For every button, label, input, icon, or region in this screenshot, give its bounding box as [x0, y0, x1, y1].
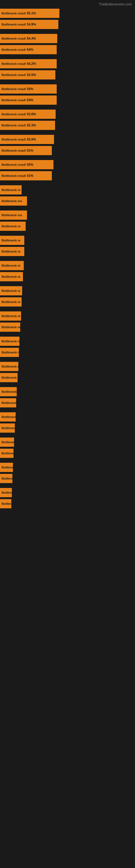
bar-label: Bottleneck result	[2, 149, 26, 152]
list-item: Bottleneck re4%	[0, 185, 135, 195]
bar-label: Bottleneck result	[2, 124, 26, 127]
list-item: Bottleneck result52.6%	[0, 134, 135, 145]
bar-label: Bottleneck re	[2, 351, 20, 354]
site-title: TheBottlenecker.com	[99, 2, 132, 6]
bar-label: Bottleneck result	[2, 138, 26, 141]
list-item: Bottleneck re	[0, 286, 135, 296]
list-item: Bottleneck re	[0, 372, 135, 383]
list-item: Bottleneck result51%	[0, 145, 135, 156]
list-item: Bottleneck	[0, 488, 135, 498]
bar-label: Bottleneck result	[2, 37, 26, 40]
bar-label: Bottleneck r	[2, 452, 19, 455]
site-header: TheBottlenecker.com	[0, 0, 135, 7]
bar-value: 51%	[27, 174, 33, 178]
bar-label: Bottleneck re	[2, 326, 20, 329]
bar-label: Bottleneck re	[2, 365, 20, 368]
list-item: Bottleneck re	[0, 386, 135, 397]
bar-label: Bottleneck result	[2, 48, 26, 51]
list-item: Bottleneck result51%	[0, 170, 135, 181]
list-item: Bottleneck re	[0, 221, 135, 231]
bar-label: Bottleneck re	[2, 401, 20, 404]
list-item: Bottleneck result54.4%	[0, 33, 135, 44]
list-item: Bottleneck re	[0, 235, 135, 246]
bar-label: Bottleneck	[2, 491, 17, 494]
bar-label: Bottleneck re	[2, 289, 20, 292]
list-item: Bottleneck re	[0, 398, 135, 408]
list-item: Bottleneck r	[0, 437, 135, 447]
list-item: Bottleneck	[0, 499, 135, 509]
list-item: Bottleneck re	[0, 311, 135, 321]
bar-label: Bottleneck re	[2, 225, 20, 228]
bar-label: Bottleneck r	[2, 440, 19, 444]
bar-label: Bottleneck result	[2, 62, 26, 65]
list-item: Bottleneck	[0, 473, 135, 484]
list-item: Bottleneck res	[0, 196, 135, 206]
bar-label: Bottleneck re	[2, 239, 20, 242]
bar-label: Bottleneck	[2, 466, 17, 469]
list-item: Bottleneck result54%	[0, 44, 135, 55]
bar-label: Bottleneck re	[2, 314, 20, 318]
bar-label: Bottleneck result	[2, 113, 26, 116]
bar-label: Bottleneck res	[2, 199, 22, 203]
bar-value: 54.9%	[27, 23, 36, 26]
bar-label: Bottleneck result	[2, 98, 26, 102]
bar-label: Bottleneck result	[2, 87, 26, 91]
bar-value: 54.4%	[27, 37, 36, 40]
bar-label: Bottleneck re	[2, 300, 20, 304]
list-item: Bottleneck result54.2%	[0, 59, 135, 69]
bar-label: Bottleneck result	[2, 23, 26, 26]
bar-label: Bottleneck re	[2, 264, 20, 267]
list-item: Bottleneck r	[0, 423, 135, 433]
bar-label: Bottleneck re	[2, 340, 20, 343]
list-item: Bottleneck re	[0, 322, 135, 332]
bar-value: 54%	[27, 87, 33, 91]
list-item: Bottleneck result54%	[0, 84, 135, 94]
list-item: Bottleneck r	[0, 412, 135, 422]
list-item: Bottleneck result53.5%	[0, 70, 135, 80]
bar-value: 54%	[27, 98, 33, 102]
bar-label: Bottleneck re	[2, 376, 20, 379]
list-item: Bottleneck re	[0, 272, 135, 282]
list-item: Bottleneck r	[0, 448, 135, 458]
list-item: Bottleneck	[0, 462, 135, 472]
bar-value: 54%	[27, 48, 33, 52]
bar-label: Bottleneck	[2, 502, 17, 505]
bar-label: Bottleneck re	[2, 275, 20, 278]
bar-label: Bottleneck re	[2, 250, 20, 253]
bar-value: 53.6%	[27, 112, 36, 116]
list-item: Bottleneck re	[0, 246, 135, 257]
list-item: Bottleneck re	[0, 297, 135, 307]
bar-value: 53.5%	[27, 73, 36, 77]
bar-label: Bottleneck result	[2, 73, 26, 76]
bar-value: 55.1%	[27, 11, 36, 15]
list-item: Bottleneck result52%	[0, 159, 135, 170]
list-item: Bottleneck re	[0, 361, 135, 372]
bar-label: Bottleneck r	[2, 415, 19, 418]
list-item: Bottleneck result54%	[0, 95, 135, 105]
bar-label: Bottleneck result	[2, 174, 26, 177]
bar-label: Bottleneck res	[2, 214, 22, 217]
bar-value: 52.6%	[27, 137, 36, 141]
list-item: Bottleneck result53.3%	[0, 120, 135, 130]
bar-value: 4%	[21, 188, 26, 192]
list-item: Bottleneck re	[0, 260, 135, 271]
list-item: Bottleneck result54.9%	[0, 19, 135, 30]
bar-label: Bottleneck	[2, 477, 17, 480]
bar-value: 54.2%	[27, 62, 36, 66]
list-item: Bottleneck re	[0, 336, 135, 346]
bar-label: Bottleneck r	[2, 426, 19, 430]
list-item: Bottleneck re	[0, 347, 135, 358]
bar-value: 51%	[27, 149, 33, 152]
bar-label: Bottleneck re	[2, 390, 20, 393]
bar-label: Bottleneck result	[2, 163, 26, 166]
bar-value: 52%	[27, 163, 33, 166]
bar-label: Bottleneck re	[2, 188, 20, 191]
list-item: Bottleneck res	[0, 210, 135, 220]
list-item: Bottleneck result55.1%	[0, 8, 135, 19]
bar-label: Bottleneck result	[2, 12, 26, 15]
list-item: Bottleneck result53.6%	[0, 109, 135, 119]
bar-value: 53.3%	[27, 123, 36, 127]
bars-container: Bottleneck result55.1%Bottleneck result5…	[0, 8, 135, 512]
